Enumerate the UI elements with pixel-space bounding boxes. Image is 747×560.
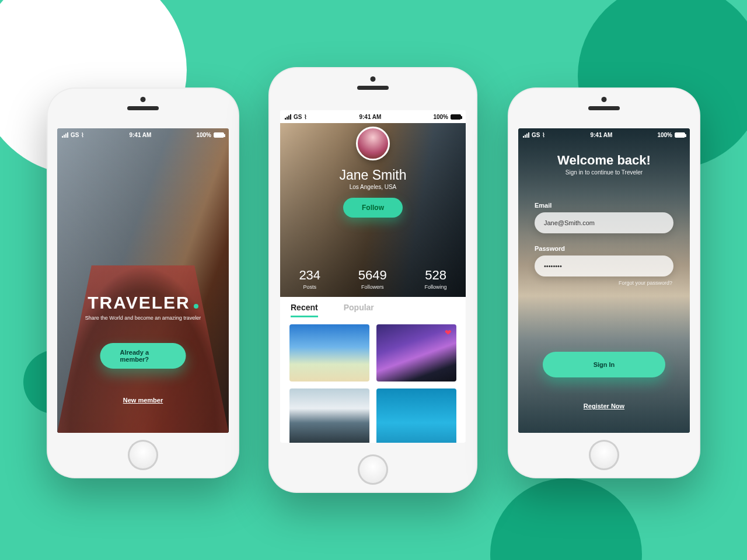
forgot-password-link[interactable]: Forgot your password? <box>619 280 672 286</box>
profile-name: Jane Smith <box>280 167 466 183</box>
screen-landing: GS ⌇ 9:41 AM 100% TRAVELER Share the Wor… <box>57 128 229 433</box>
battery-label: 100% <box>433 114 448 120</box>
tabs: Recent Popular <box>280 297 466 321</box>
tab-recent[interactable]: Recent <box>291 303 318 317</box>
already-member-button[interactable]: Already a member? <box>100 343 186 369</box>
signal-icon <box>523 132 529 138</box>
signin-button[interactable]: Sign In <box>543 352 665 377</box>
home-button[interactable] <box>128 440 158 470</box>
status-bar: GS ⌇ 9:41 AM 100% <box>57 128 229 141</box>
carrier-label: GS <box>294 114 302 120</box>
wifi-icon: ⌇ <box>81 132 84 138</box>
stat-value: 5649 <box>358 268 387 283</box>
status-time: 9:41 AM <box>129 132 151 138</box>
signin-title: Welcome back! <box>518 153 690 168</box>
carrier-label: GS <box>532 132 540 138</box>
phone-profile: GS ⌇ 9:41 AM 100% Jane Smith Los Angeles… <box>268 67 477 493</box>
battery-icon <box>675 132 685 138</box>
stat-posts[interactable]: 234 Posts <box>299 268 320 290</box>
status-bar: GS ⌇ 9:41 AM 100% <box>280 110 466 123</box>
status-bar: GS ⌇ 9:41 AM 100% <box>518 128 690 141</box>
stat-label: Followers <box>358 284 387 290</box>
phone-signin: GS ⌇ 9:41 AM 100% Welcome back! Sign in … <box>508 88 700 478</box>
battery-icon <box>451 114 461 120</box>
status-time: 9:41 AM <box>359 114 381 120</box>
phone-camera <box>141 97 146 102</box>
phone-landing: GS ⌇ 9:41 AM 100% TRAVELER Share the Wor… <box>47 88 239 478</box>
profile-stats: 234 Posts 5649 Followers 528 Following <box>280 268 466 290</box>
phone-camera <box>602 97 607 102</box>
stat-value: 528 <box>425 268 447 283</box>
signal-icon <box>62 132 68 138</box>
home-button[interactable] <box>589 440 619 470</box>
tab-popular[interactable]: Popular <box>344 303 374 317</box>
stat-following[interactable]: 528 Following <box>425 268 447 290</box>
phone-camera <box>371 76 376 82</box>
stat-value: 234 <box>299 268 320 283</box>
app-title: TRAVELER <box>88 293 198 313</box>
stat-label: Following <box>425 284 447 290</box>
phone-speaker <box>127 106 159 110</box>
photo-tile[interactable] <box>376 388 456 443</box>
profile-location: Los Angeles, USA <box>280 184 466 190</box>
email-label: Email <box>535 202 673 209</box>
new-member-link[interactable]: New member <box>123 397 163 404</box>
avatar[interactable] <box>356 127 390 160</box>
carrier-label: GS <box>71 132 79 138</box>
profile-header: Jane Smith Los Angeles, USA Follow 234 P… <box>280 123 466 297</box>
photo-tile[interactable] <box>289 324 369 382</box>
photo-tile[interactable] <box>289 388 369 443</box>
phone-speaker <box>588 106 620 110</box>
accent-dot-icon <box>194 304 198 309</box>
signin-subtitle: Sign in to continue to Treveler <box>518 169 690 176</box>
wifi-icon: ⌇ <box>542 132 545 138</box>
stat-followers[interactable]: 5649 Followers <box>358 268 387 290</box>
photo-grid: ❤ <box>280 321 466 443</box>
screen-profile: GS ⌇ 9:41 AM 100% Jane Smith Los Angeles… <box>280 110 466 443</box>
battery-label: 100% <box>196 132 211 138</box>
photo-tile[interactable]: ❤ <box>376 324 456 382</box>
register-link[interactable]: Register Now <box>584 402 624 410</box>
signin-form: Email Password <box>535 202 673 276</box>
signal-icon <box>285 114 291 120</box>
screen-signin: GS ⌇ 9:41 AM 100% Welcome back! Sign in … <box>518 128 690 433</box>
battery-label: 100% <box>657 132 672 138</box>
heart-icon[interactable]: ❤ <box>445 328 452 337</box>
status-time: 9:41 AM <box>590 132 612 138</box>
follow-button[interactable]: Follow <box>343 198 403 218</box>
phone-speaker <box>357 86 389 90</box>
email-field[interactable] <box>535 212 673 233</box>
wifi-icon: ⌇ <box>304 114 307 120</box>
stat-label: Posts <box>299 284 320 290</box>
password-field[interactable] <box>535 256 673 276</box>
home-button[interactable] <box>358 454 388 485</box>
password-label: Password <box>535 245 673 252</box>
bg-circle <box>490 478 642 560</box>
battery-icon <box>214 132 224 138</box>
app-subtitle: Share the World and become an amazing tr… <box>71 315 215 321</box>
